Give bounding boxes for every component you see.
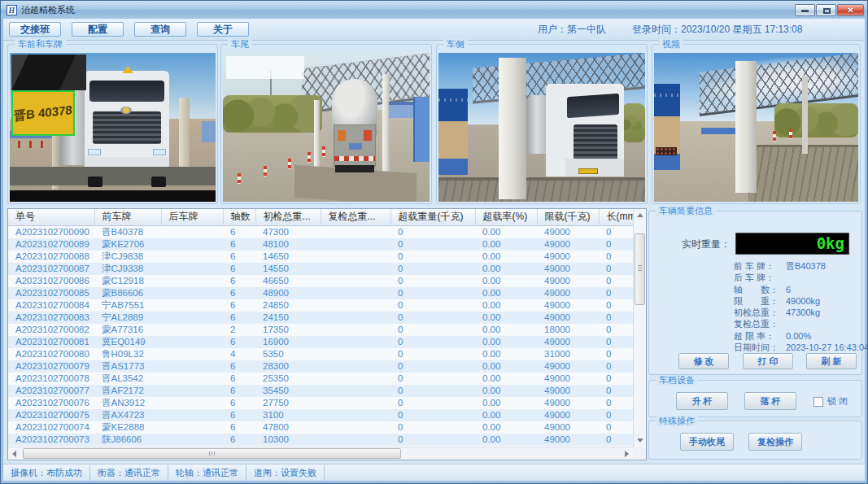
table-row[interactable]: A2023102700087津CJ933861455000.00490000 bbox=[8, 263, 633, 275]
table-cell bbox=[161, 275, 223, 287]
table-cell: A2023102700073 bbox=[8, 434, 94, 446]
maximize-button[interactable] bbox=[816, 4, 836, 16]
refresh-button[interactable]: 刷 新 bbox=[806, 353, 857, 369]
column-header[interactable]: 复检总重... bbox=[321, 209, 390, 225]
modify-button[interactable]: 修 改 bbox=[678, 353, 729, 369]
table-cell: 6 bbox=[223, 397, 255, 409]
table-row[interactable]: A2023102700090晋B4037864730000.00490000 bbox=[8, 225, 633, 238]
vehicle-info-title: 车辆简要信息 bbox=[656, 206, 716, 216]
close-button[interactable]: ✕ bbox=[837, 4, 864, 16]
table-cell: 蒙KE2706 bbox=[94, 238, 161, 251]
table-row[interactable]: A2023102700073陕J8660661030000.00490000 bbox=[8, 434, 633, 446]
table-cell: 49000 bbox=[537, 287, 599, 299]
print-button[interactable]: 打 印 bbox=[743, 353, 793, 369]
vertical-scrollbar[interactable] bbox=[633, 209, 646, 447]
table-row[interactable]: A2023102700081冀EQ014961690000.00490000 bbox=[8, 336, 633, 348]
table-row[interactable]: A2023102700076晋AN391262775000.00490000 bbox=[8, 397, 633, 409]
table-cell: 津CJ9838 bbox=[94, 251, 161, 263]
info-field-value: 47300kg bbox=[786, 307, 820, 317]
column-header[interactable]: 长(mm) bbox=[599, 209, 633, 225]
table-row[interactable]: A2023102700089蒙KE270664810000.00490000 bbox=[8, 238, 633, 251]
table-cell: 4 bbox=[223, 348, 255, 360]
table-cell: 0 bbox=[390, 434, 475, 446]
table-row[interactable]: A2023102700078晋AL354262535000.00490000 bbox=[8, 373, 633, 385]
traffic-post bbox=[773, 131, 776, 142]
table-row[interactable]: A2023102700079晋AS177362830000.00490000 bbox=[8, 360, 633, 373]
table-row[interactable]: A2023102700082蒙A7731621735000.00180000 bbox=[8, 324, 633, 336]
table-cell: 3100 bbox=[255, 409, 321, 421]
lower-pole-button[interactable]: 落 杆 bbox=[744, 392, 796, 410]
table-row[interactable]: A2023102700077晋AF217263545000.00490000 bbox=[8, 385, 633, 397]
table-cell bbox=[321, 299, 390, 312]
toolbar-button-config[interactable]: 配置 bbox=[72, 22, 124, 37]
table-cell: A2023102700076 bbox=[8, 397, 94, 409]
table-cell bbox=[161, 251, 223, 263]
manual-finish-button[interactable]: 手动收尾 bbox=[680, 433, 734, 451]
scroll-down-icon[interactable] bbox=[637, 438, 643, 443]
table-cell: 0.00 bbox=[475, 336, 537, 348]
table-cell: 18000 bbox=[537, 324, 599, 336]
horizontal-scroll-thumb[interactable] bbox=[23, 448, 401, 459]
table-cell: 46650 bbox=[255, 275, 321, 287]
table-header-row: 单号前车牌后车牌轴数初检总重...复检总重...超载重量(千克)超载率(%)限载… bbox=[8, 209, 633, 225]
table-row[interactable]: A2023102700085蒙B8660664890000.00490000 bbox=[8, 287, 633, 299]
table-row[interactable]: A2023102700080鲁H09L324535000.00310000 bbox=[8, 348, 633, 360]
table-cell: 0.00 bbox=[475, 385, 537, 397]
column-header[interactable]: 初检总重... bbox=[255, 209, 321, 225]
table-cell: 6 bbox=[223, 275, 255, 287]
table-row[interactable]: A2023102700075晋AX47236310000.00490000 bbox=[8, 409, 633, 421]
scroll-right-icon[interactable] bbox=[625, 451, 629, 457]
realtime-weight-label: 实时重量： bbox=[649, 238, 731, 251]
traffic-post bbox=[41, 141, 43, 148]
table-row[interactable]: A2023102700088津CJ983861465000.00490000 bbox=[8, 251, 633, 263]
booth bbox=[413, 97, 430, 162]
column-header[interactable]: 超载重量(千克) bbox=[390, 209, 475, 225]
trees bbox=[223, 95, 322, 133]
column-header[interactable]: 单号 bbox=[8, 209, 94, 225]
recheck-button[interactable]: 复检操作 bbox=[748, 433, 802, 451]
vertical-scroll-thumb[interactable] bbox=[635, 233, 645, 305]
column-header[interactable]: 超载率(%) bbox=[475, 209, 537, 225]
table-cell: 49000 bbox=[537, 421, 599, 434]
lock-checkbox[interactable] bbox=[813, 397, 823, 407]
table-cell: A2023102700084 bbox=[8, 299, 94, 312]
info-field-row: 日期时间：2023-10-27 16:43:04 bbox=[734, 342, 858, 353]
table-cell: 0 bbox=[390, 385, 475, 397]
table-cell: 0.00 bbox=[475, 373, 537, 385]
toolbar-button-shift-change[interactable]: 交接班 bbox=[9, 22, 61, 37]
table-row[interactable]: A2023102700086蒙C1291864665000.00490000 bbox=[8, 275, 633, 287]
table-cell: 0.00 bbox=[475, 263, 537, 275]
table-cell: 蒙A77316 bbox=[94, 324, 161, 336]
table-cell bbox=[161, 385, 223, 397]
table-cell: 14550 bbox=[255, 263, 321, 275]
realtime-weight-display: 0kg bbox=[735, 233, 849, 255]
column-header[interactable]: 限载(千克) bbox=[537, 209, 599, 225]
title-bar[interactable]: H 治超精检系统 ✕ bbox=[1, 1, 867, 19]
table-cell: 0 bbox=[390, 275, 475, 287]
table-cell: 6 bbox=[223, 287, 255, 299]
info-field-row: 超 限 率：0.00% bbox=[734, 330, 858, 342]
blue-sign bbox=[438, 89, 468, 121]
table-cell: 24150 bbox=[255, 312, 321, 324]
column-header[interactable]: 后车牌 bbox=[161, 209, 223, 225]
table-row[interactable]: A2023102700074蒙KE288864780000.00490000 bbox=[8, 421, 633, 434]
scroll-up-icon[interactable] bbox=[637, 213, 643, 217]
table-cell: 17350 bbox=[255, 324, 321, 336]
current-user-label: 用户：第一中队 bbox=[538, 23, 606, 37]
raise-pole-button[interactable]: 升 杆 bbox=[676, 392, 728, 410]
toolbar-button-query[interactable]: 查询 bbox=[134, 22, 186, 37]
table-cell: 49000 bbox=[537, 360, 599, 373]
lock-checkbox-row: 锁 闭 bbox=[813, 395, 848, 408]
table-row[interactable]: A2023102700083宁AL288962415000.00490000 bbox=[8, 312, 633, 324]
scroll-left-icon[interactable] bbox=[12, 451, 16, 457]
minimize-button[interactable] bbox=[795, 4, 815, 16]
table-cell: A2023102700075 bbox=[8, 409, 94, 421]
column-header[interactable]: 轴数 bbox=[223, 209, 255, 225]
table-row[interactable]: A2023102700084宁AB755162485000.00490000 bbox=[8, 299, 633, 312]
canopy-pillar bbox=[382, 74, 390, 181]
column-header[interactable]: 前车牌 bbox=[94, 209, 161, 225]
table-cell: 0.00 bbox=[475, 434, 537, 446]
table-cell: 49000 bbox=[537, 336, 599, 348]
toolbar-button-about[interactable]: 关于 bbox=[197, 22, 249, 37]
horizontal-scrollbar[interactable] bbox=[8, 447, 633, 460]
